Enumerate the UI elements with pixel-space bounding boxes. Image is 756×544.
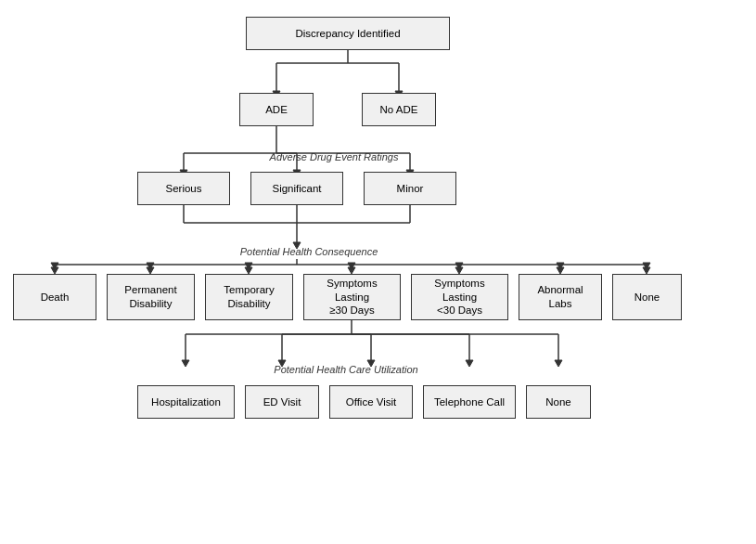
phc-label: Potential Health Consequence xyxy=(202,246,416,257)
death-node: Death xyxy=(13,274,96,320)
svg-marker-54 xyxy=(643,267,650,274)
discrepancy-node: Discrepancy Identified xyxy=(246,17,450,50)
significant-node: Significant xyxy=(250,172,343,205)
perm-disability-node: Permanent Disability xyxy=(107,274,195,320)
temp-disability-node: Temporary Disability xyxy=(205,274,293,320)
symptoms-30plus-node: Symptoms Lasting ≥30 Days xyxy=(303,274,401,320)
svg-marker-32 xyxy=(245,263,252,269)
abnormal-labs-node: Abnormal Labs xyxy=(519,274,602,320)
phcu-label: Potential Health Care Utilization xyxy=(230,364,462,375)
svg-marker-42 xyxy=(51,267,58,274)
telephone-call-node: Telephone Call xyxy=(423,385,516,419)
svg-marker-52 xyxy=(557,267,564,274)
ed-visit-node: ED Visit xyxy=(245,385,319,419)
svg-marker-38 xyxy=(557,263,564,269)
svg-marker-69 xyxy=(466,360,473,367)
svg-marker-66 xyxy=(182,360,189,367)
hospitalization-node: Hospitalization xyxy=(137,385,235,419)
svg-marker-44 xyxy=(147,267,154,274)
svg-marker-48 xyxy=(348,267,355,274)
office-visit-node: Office Visit xyxy=(329,385,413,419)
svg-marker-46 xyxy=(245,267,252,274)
svg-marker-28 xyxy=(51,263,58,269)
symptoms-30less-node: Symptoms Lasting <30 Days xyxy=(411,274,508,320)
svg-marker-30 xyxy=(147,263,154,269)
ade-node: ADE xyxy=(239,93,314,126)
no-ade-node: No ADE xyxy=(362,93,436,126)
flowchart: Discrepancy Identified ADE No ADE Advers… xyxy=(0,0,756,544)
svg-marker-36 xyxy=(455,263,463,269)
none-1-node: None xyxy=(612,274,682,320)
ade-label: Adverse Drug Event Ratings xyxy=(232,151,436,162)
minor-node: Minor xyxy=(364,172,456,205)
arrows-svg xyxy=(0,0,756,544)
svg-marker-50 xyxy=(455,267,463,274)
none-2-node: None xyxy=(526,385,591,419)
svg-marker-40 xyxy=(643,263,650,269)
svg-marker-34 xyxy=(348,263,355,269)
svg-marker-70 xyxy=(555,360,562,367)
serious-node: Serious xyxy=(137,172,230,205)
